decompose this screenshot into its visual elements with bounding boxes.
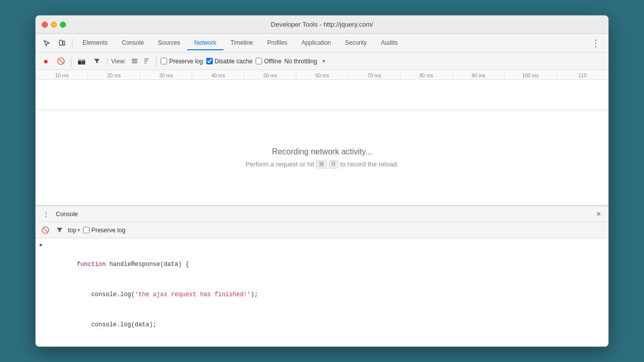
ruler-mark-9: 100 ms <box>504 72 556 79</box>
toolbar-separator <box>72 38 72 48</box>
timeline-chart <box>36 80 608 110</box>
console-filter-icon[interactable] <box>54 225 65 236</box>
console-preserve-checkbox[interactable] <box>83 227 90 233</box>
preserve-log-checkbox[interactable] <box>160 58 167 64</box>
nav-toolbar: Elements Console Sources Network Timelin… <box>36 34 608 53</box>
filter-button[interactable] <box>91 55 103 67</box>
preserve-log-label: Preserve log <box>169 58 203 65</box>
ruler-mark-6: 70 ms <box>348 72 400 79</box>
console-level-select[interactable]: top ▾ <box>68 227 80 234</box>
expand-arrow-icon[interactable]: ▶ <box>40 241 43 249</box>
console-clear-button[interactable]: 🚫 <box>40 225 51 236</box>
svg-rect-2 <box>132 59 137 60</box>
console-level-value: top <box>68 227 76 234</box>
timeline-ruler: 10 ms 20 ms 30 ms 40 ms 50 ms 60 ms 70 m… <box>36 70 608 110</box>
console-level-arrow-icon: ▾ <box>77 227 80 233</box>
disable-cache-checkbox[interactable] <box>206 58 213 64</box>
kbd-r: R <box>329 160 339 168</box>
tab-security[interactable]: Security <box>338 36 374 50</box>
disable-cache-group[interactable]: Disable cache <box>206 58 253 65</box>
record-button[interactable]: ● <box>40 55 52 67</box>
code-line-0: ▶ function handleResponse(data) { <box>36 240 608 280</box>
ruler-mark-4: 50 ms <box>244 72 296 79</box>
console-content: ▶ function handleResponse(data) { consol… <box>36 238 608 346</box>
throttle-wrapper: No throttling Slow 3G Fast 3G ▾ <box>284 58 325 65</box>
console-close-button[interactable]: × <box>593 209 604 220</box>
device-mode-button[interactable] <box>55 36 69 50</box>
waterfall-view-button[interactable] <box>141 56 152 67</box>
tab-audits[interactable]: Audits <box>374 36 405 50</box>
tab-application[interactable]: Application <box>294 36 338 50</box>
ruler-mark-7: 80 ms <box>400 72 452 79</box>
console-toolbar: 🚫 top ▾ Preserve log <box>36 222 608 238</box>
clear-button[interactable]: 🚫 <box>55 55 67 67</box>
view-icons <box>129 56 152 67</box>
code-line-2: console.log(data); <box>36 310 608 340</box>
ruler-mark-10: 110 <box>556 72 608 79</box>
net-sep-1 <box>71 57 71 66</box>
camera-button[interactable]: 📷 <box>75 55 88 67</box>
recording-area: Recording network activity... Perform a … <box>36 110 608 206</box>
ruler-mark-8: 90 ms <box>452 72 504 79</box>
kbd-cmd: ⌘ <box>316 160 327 168</box>
console-more-button[interactable]: ⋮ <box>40 208 52 220</box>
console-preserve-group[interactable]: Preserve log <box>83 227 125 234</box>
offline-group[interactable]: Offline <box>256 58 281 65</box>
recording-sub-text: Perform a request or hit ⌘ R to record t… <box>246 160 398 168</box>
window-title: Developer Tools - http://jquery.com/ <box>271 21 373 28</box>
ruler-mark-3: 40 ms <box>192 72 244 79</box>
recording-sub-text-2: to record the reload. <box>340 160 398 168</box>
title-bar: Developer Tools - http://jquery.com/ <box>36 16 608 34</box>
tab-profiles[interactable]: Profiles <box>260 36 294 50</box>
ruler-mark-2: 30 ms <box>140 72 192 79</box>
tab-timeline[interactable]: Timeline <box>223 36 260 50</box>
more-tools-button[interactable]: ⋮ <box>587 38 604 49</box>
network-toolbar: ● 🚫 📷 View: <box>36 53 608 70</box>
traffic-lights <box>42 22 66 28</box>
recording-main-text: Recording network activity... <box>272 147 372 156</box>
offline-checkbox[interactable] <box>256 58 262 64</box>
nav-tabs: Elements Console Sources Network Timelin… <box>75 36 405 50</box>
close-button[interactable] <box>42 22 48 28</box>
code-line-1: console.log('the ajax request has finish… <box>36 280 608 310</box>
minimize-button[interactable] <box>51 22 57 28</box>
tab-sources[interactable]: Sources <box>151 36 187 50</box>
svg-rect-1 <box>63 41 65 45</box>
svg-rect-3 <box>132 61 137 62</box>
list-view-button[interactable] <box>129 56 140 67</box>
ruler-mark-1: 20 ms <box>88 72 139 79</box>
console-header: ⋮ Console × <box>36 206 608 222</box>
devtools-window: Developer Tools - http://jquery.com/ Ele… <box>35 15 609 347</box>
net-sep-2 <box>107 57 107 66</box>
tab-console[interactable]: Console <box>115 36 151 50</box>
preserve-log-group[interactable]: Preserve log <box>160 58 203 65</box>
disable-cache-label: Disable cache <box>215 58 253 65</box>
inspect-element-button[interactable] <box>40 36 54 50</box>
console-title: Console <box>56 211 78 218</box>
ruler-marks: 10 ms 20 ms 30 ms 40 ms 50 ms 60 ms 70 m… <box>36 70 608 80</box>
offline-label: Offline <box>264 58 281 65</box>
console-preserve-label: Preserve log <box>92 227 125 234</box>
svg-rect-4 <box>132 62 137 63</box>
console-panel: ⋮ Console × 🚫 top ▾ Preserve log <box>36 206 608 346</box>
view-label: View: <box>111 58 126 65</box>
recording-sub-text-1: Perform a request or hit <box>246 160 314 168</box>
ruler-mark-5: 60 ms <box>296 72 348 79</box>
throttle-select[interactable]: No throttling Slow 3G Fast 3G <box>284 58 325 65</box>
maximize-button[interactable] <box>60 22 66 28</box>
svg-rect-0 <box>59 40 62 45</box>
net-sep-3 <box>156 57 156 66</box>
ruler-mark-0: 10 ms <box>36 72 88 79</box>
tab-network[interactable]: Network <box>187 36 223 50</box>
tab-elements[interactable]: Elements <box>75 36 115 50</box>
code-line-3: } <box>36 340 608 346</box>
